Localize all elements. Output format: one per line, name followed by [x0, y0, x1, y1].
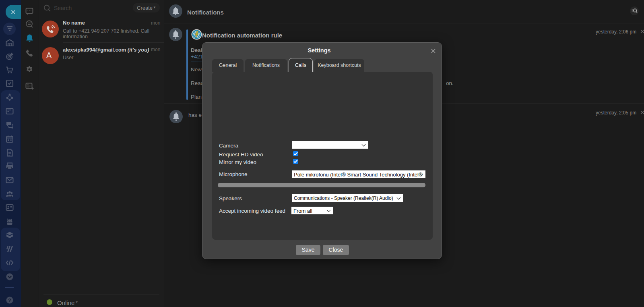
svg-text:?: ?: [8, 297, 11, 303]
